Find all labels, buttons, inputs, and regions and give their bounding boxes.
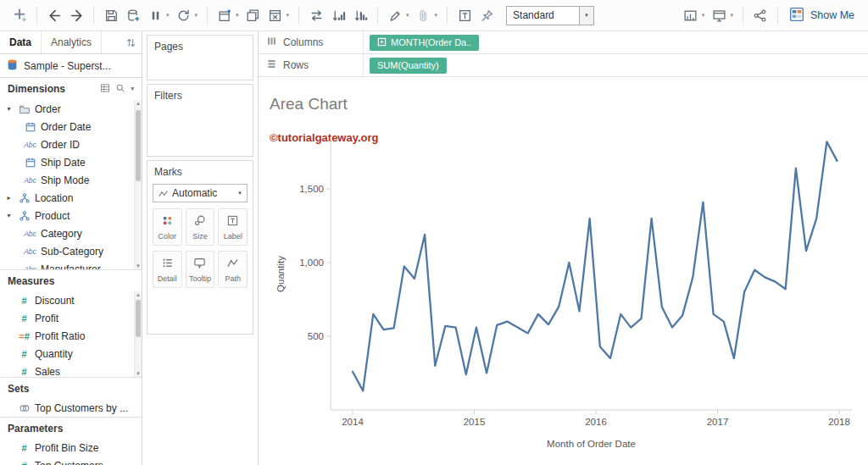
share-button[interactable] [750, 4, 771, 26]
pill-label: MONTH(Order Da.. [391, 37, 471, 47]
clear-sheet-button[interactable] [265, 4, 286, 26]
field-top-customers[interactable]: #Top Customers [0, 457, 142, 465]
field-order-id[interactable]: AbcOrder ID [0, 136, 142, 153]
dimensions-scrollbar[interactable]: ▲ ▼ [134, 100, 142, 269]
x-axis-title[interactable]: Month of Order Date [547, 439, 636, 449]
field-discount[interactable]: #Discount [0, 291, 142, 309]
save-button[interactable] [101, 4, 121, 26]
show-hide-cards-button[interactable] [709, 4, 729, 26]
run-update-button[interactable] [174, 4, 194, 26]
attach-button[interactable] [414, 4, 434, 26]
show-me-button[interactable]: Show Me [784, 7, 860, 25]
mark-type-value: Automatic [172, 187, 233, 199]
new-worksheet-caret-icon[interactable]: ▾ [236, 12, 239, 19]
mark-type-select[interactable]: Automatic ▾ [153, 184, 248, 202]
scroll-down-icon[interactable]: ▼ [135, 263, 142, 269]
rows-shelf[interactable]: Rows SUM(Quantity) [259, 54, 868, 77]
tab-data[interactable]: Data [0, 31, 42, 53]
fit-mode-select[interactable]: Standard ▾ [506, 6, 594, 25]
swap-rows-columns-button[interactable] [306, 4, 326, 26]
list-view-icon[interactable] [100, 83, 110, 96]
measures-scrollbar[interactable]: ▲ ▼ [134, 291, 142, 377]
sort-descending-button[interactable] [350, 4, 370, 26]
filters-shelf[interactable]: Filters [147, 84, 253, 157]
line-chart[interactable]: 5001,0001,50020142015201620172018Quantit… [259, 77, 868, 465]
collapse-arrow-icon[interactable]: ▾ [4, 212, 14, 219]
scrollbar-thumb[interactable] [136, 300, 141, 337]
pause-updates-caret-icon[interactable]: ▾ [166, 12, 170, 19]
redo-button[interactable] [66, 4, 86, 26]
scroll-down-icon[interactable]: ▼ [135, 370, 142, 377]
x-tick-label: 2014 [342, 417, 364, 427]
new-data-source-button[interactable] [123, 4, 143, 26]
field-ship-date[interactable]: Ship Date [0, 153, 142, 171]
annotate-text-button[interactable] [454, 4, 475, 26]
mark-type-caret-icon[interactable]: ▾ [233, 190, 247, 197]
fit-axes-button[interactable] [681, 4, 701, 26]
abc-icon: Abc [22, 141, 38, 149]
pages-shelf[interactable]: Pages [147, 35, 253, 80]
field-quantity[interactable]: #Quantity [0, 345, 142, 363]
toolbar-separator [777, 6, 778, 25]
columns-shelf[interactable]: Columns MONTH(Order Da.. [259, 31, 868, 54]
run-update-caret-icon[interactable]: ▾ [195, 12, 198, 19]
tab-analytics[interactable]: Analytics [42, 31, 102, 53]
fit-axes-caret-icon[interactable]: ▾ [702, 12, 705, 19]
scroll-up-icon[interactable]: ▲ [135, 100, 142, 107]
pause-auto-updates-button[interactable] [145, 4, 165, 26]
new-worksheet-button[interactable] [214, 4, 235, 26]
data-source-item[interactable]: Sample - Superst... [0, 54, 142, 78]
field-profit-bin-size[interactable]: #Profit Bin Size [0, 439, 142, 457]
venn-icon [16, 402, 32, 414]
highlight-button[interactable] [385, 4, 405, 26]
field-profit-ratio[interactable]: =#Profit Ratio [0, 327, 142, 345]
mark-tooltip-button[interactable]: Tooltip [186, 251, 215, 288]
mark-path-button[interactable]: Path [218, 251, 248, 288]
field-order-date[interactable]: Order Date [0, 118, 142, 136]
fit-mode-caret-icon[interactable]: ▾ [579, 7, 593, 25]
tableau-logo-icon[interactable] [9, 4, 30, 26]
scrollbar-thumb[interactable] [136, 110, 141, 181]
collapse-arrow-icon[interactable]: ▾ [4, 105, 14, 113]
expand-arrow-icon[interactable]: ▸ [4, 194, 14, 202]
pill-month-order-date[interactable]: MONTH(Order Da.. [370, 35, 479, 51]
highlight-caret-icon[interactable]: ▾ [406, 12, 409, 19]
scroll-up-icon[interactable]: ▲ [135, 291, 142, 298]
find-field-icon[interactable] [115, 83, 125, 96]
pin-button[interactable] [476, 4, 497, 26]
y-axis-title[interactable]: Quantity [275, 256, 286, 292]
view-canvas[interactable]: Area Chart ©tutorialgateway.org 5001,000… [259, 77, 868, 465]
mark-size-button[interactable]: Size [186, 208, 215, 246]
field-manufacturer[interactable]: AbcManufacturer [0, 260, 142, 269]
field-top-customers-by[interactable]: Top Customers by ... [0, 399, 142, 417]
expand-field-icon[interactable] [377, 37, 387, 48]
filters-title: Filters [147, 85, 253, 102]
field-location[interactable]: ▸Location [0, 189, 142, 207]
clear-sheet-caret-icon[interactable]: ▾ [287, 12, 290, 19]
show-hide-cards-caret-icon[interactable]: ▾ [730, 12, 733, 19]
field-sales[interactable]: #Sales [0, 363, 142, 377]
field-profit[interactable]: #Profit [0, 309, 142, 327]
sort-fields-icon[interactable] [120, 31, 142, 53]
data-pane: Data Analytics Sample - Superst... Dimen… [0, 31, 142, 465]
abc-icon: Abc [22, 265, 38, 270]
abc-icon: Abc [22, 247, 38, 256]
field-order[interactable]: ▾Order [0, 100, 142, 118]
mark-detail-button[interactable]: Detail [153, 251, 182, 288]
field-sub-category[interactable]: AbcSub-Category [0, 242, 142, 260]
toolbar-right-cluster: ▾ ▾ Show Me [680, 4, 860, 26]
dimensions-menu-icon[interactable]: ▾ [131, 86, 134, 92]
duplicate-sheet-button[interactable] [243, 4, 264, 26]
attach-caret-icon[interactable]: ▾ [435, 12, 438, 19]
mark-label-button[interactable]: Label [218, 208, 248, 246]
undo-button[interactable] [44, 4, 64, 26]
mark-color-button[interactable]: Color [153, 208, 182, 246]
sort-ascending-button[interactable] [328, 4, 348, 26]
quantity-line[interactable] [353, 141, 837, 390]
field-product[interactable]: ▾Product [0, 207, 142, 224]
pill-sum-quantity[interactable]: SUM(Quantity) [370, 58, 447, 74]
field-ship-mode[interactable]: AbcShip Mode [0, 171, 142, 189]
field-category[interactable]: AbcCategory [0, 224, 142, 242]
columns-label: Columns [283, 36, 323, 48]
mark-button-label: Path [225, 274, 241, 283]
